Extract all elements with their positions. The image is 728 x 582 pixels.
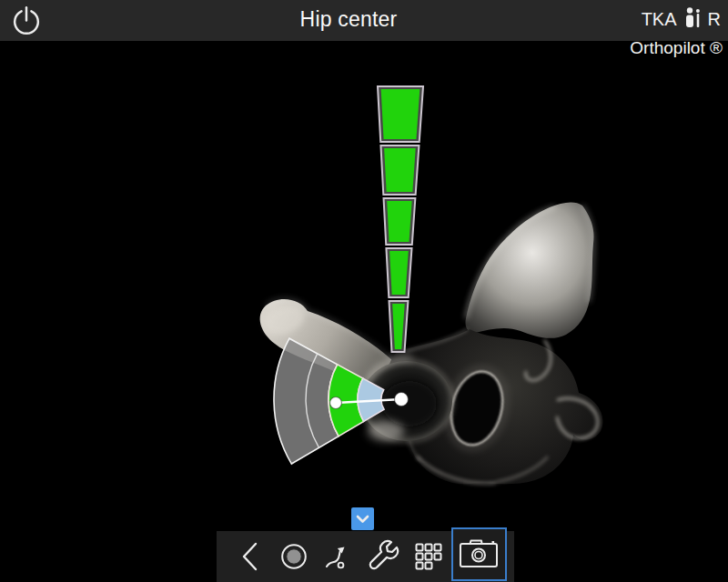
toolbar-button-trajectory[interactable] (317, 534, 360, 579)
toolbar-button-back[interactable] (228, 534, 271, 579)
expand-button[interactable] (351, 507, 374, 530)
top-bar: Hip center TKA R (0, 0, 728, 41)
grid-menu-icon (415, 543, 442, 570)
procedure-side-block: TKA R (642, 6, 721, 32)
camera-icon (458, 537, 500, 570)
femoral-head-point (395, 393, 409, 406)
patient-side-icon (683, 6, 702, 32)
procedure-label: TKA (642, 9, 677, 30)
brand-label: Orthopilot ® (630, 38, 723, 58)
app-screen: Hip center TKA R Orthopilot ® (0, 0, 728, 582)
toolbar-button-tools[interactable] (362, 534, 406, 579)
vertical-progress-gauge (378, 86, 423, 352)
navigation-scene (0, 0, 728, 582)
side-label: R (708, 9, 721, 30)
toolbar-button-menu[interactable] (407, 534, 450, 579)
back-chevron-icon (238, 538, 261, 575)
power-icon (9, 4, 44, 38)
trajectory-icon (320, 538, 357, 575)
chevron-down-icon (351, 507, 374, 530)
toolbar (217, 531, 514, 582)
power-button[interactable] (9, 4, 44, 38)
hip-center-point (330, 397, 342, 409)
toolbar-button-record[interactable] (272, 534, 316, 579)
page-title: Hip center (300, 7, 398, 32)
toolbar-button-snapshot[interactable] (451, 527, 507, 581)
wrench-icon (366, 538, 402, 575)
record-icon (278, 540, 310, 573)
